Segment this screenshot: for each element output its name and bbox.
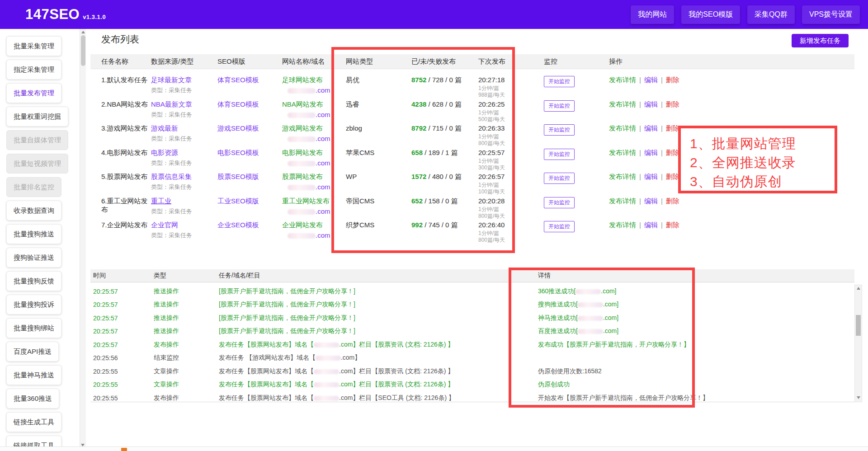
- log-col-header: 详情: [538, 272, 854, 280]
- edit-link[interactable]: 编辑: [644, 221, 658, 229]
- source-type-label: 类型：采集任务: [151, 159, 217, 167]
- start-monitor-button[interactable]: 开始监控: [544, 149, 575, 160]
- sidebar-item-11[interactable]: 批量搜狗反馈: [6, 271, 61, 291]
- delete-link[interactable]: 删除: [666, 221, 679, 229]
- sidebar-scrollbar-thumb[interactable]: [81, 35, 85, 66]
- edit-link[interactable]: 编辑: [644, 100, 658, 108]
- sidebar-item-8[interactable]: 收录数据查询: [6, 201, 61, 221]
- next-publish-time: 20:26:33: [478, 124, 544, 132]
- publish-detail-link[interactable]: 发布详情: [609, 221, 636, 229]
- sidebar-item-1[interactable]: 批量采集管理: [6, 36, 61, 56]
- edit-link[interactable]: 编辑: [644, 76, 658, 84]
- seo-template-link[interactable]: 体育SEO模板: [217, 76, 259, 84]
- log-detail-suffix: .com]: [603, 301, 618, 308]
- data-source-link[interactable]: 重工业: [151, 197, 171, 205]
- log-task-prefix: 发布任务【股票网站发布】域名【: [219, 394, 314, 401]
- start-monitor-button[interactable]: 开始监控: [544, 124, 575, 136]
- site-domain[interactable]: .com: [282, 86, 346, 94]
- data-source-link[interactable]: 股票信息采集: [151, 173, 192, 180]
- action-separator: |: [639, 173, 641, 180]
- start-monitor-button[interactable]: 开始监控: [544, 100, 575, 112]
- seo-template-link[interactable]: 企业SEO模板: [217, 221, 259, 229]
- nav-item-1[interactable]: 我的网站: [631, 5, 674, 24]
- sidebar-item-2[interactable]: 指定采集管理: [6, 60, 61, 80]
- seo-template-link[interactable]: 工业SEO模版: [217, 197, 259, 205]
- data-source-link[interactable]: 游戏最新: [151, 124, 178, 132]
- site-domain[interactable]: .com: [282, 159, 346, 167]
- sidebar-scrollbar[interactable]: [80, 29, 86, 451]
- log-detail: 伪原创使用次数:16582: [538, 367, 854, 376]
- sidebar-item-14[interactable]: 百度API推送: [6, 342, 59, 362]
- delete-link[interactable]: 删除: [666, 173, 679, 180]
- start-monitor-button[interactable]: 开始监控: [544, 76, 575, 87]
- log-time: 20:25:55: [93, 381, 154, 388]
- data-source-link[interactable]: 电影资源: [151, 149, 178, 156]
- log-task: [股票开户新手避坑指南，低佣金开户攻略分享！]: [219, 287, 538, 296]
- redacted-domain: [578, 316, 603, 321]
- sidebar-item-16[interactable]: 批量360推送: [6, 389, 59, 409]
- redacted-domain: [288, 88, 316, 94]
- site-domain[interactable]: .com: [282, 231, 346, 239]
- nav-item-2[interactable]: 我的SEO模版: [681, 5, 740, 24]
- edit-link[interactable]: 编辑: [644, 197, 658, 205]
- log-detail-suffix: .com]: [603, 327, 618, 334]
- sidebar-item-3[interactable]: 批量发布管理: [6, 83, 61, 103]
- nav-item-3[interactable]: 采集QQ群: [747, 5, 795, 24]
- edit-link[interactable]: 编辑: [644, 173, 658, 180]
- log-scrollbar[interactable]: [854, 285, 862, 402]
- log-detail-prefix: 伪原创使用次数:16582: [538, 367, 602, 375]
- seo-template-link[interactable]: 电影SEO模板: [217, 149, 259, 156]
- scroll-up-icon[interactable]: [81, 31, 85, 33]
- redacted-domain: [288, 209, 316, 215]
- sidebar-item-13[interactable]: 批量搜狗绑站: [6, 318, 61, 338]
- log-time: 20:25:55: [93, 368, 154, 375]
- data-source-link[interactable]: 企业官网: [151, 221, 178, 229]
- sidebar-item-12[interactable]: 批量搜狗投诉: [6, 295, 61, 315]
- delete-link[interactable]: 删除: [666, 76, 679, 84]
- data-source-link[interactable]: NBA最新文章: [151, 100, 192, 108]
- publish-detail-link[interactable]: 发布详情: [609, 76, 636, 84]
- scroll-down-icon[interactable]: [857, 396, 860, 399]
- delete-link[interactable]: 删除: [666, 100, 679, 108]
- delete-link[interactable]: 删除: [666, 149, 679, 156]
- edit-link[interactable]: 编辑: [644, 149, 658, 156]
- sidebar-item-9[interactable]: 批量搜狗推送: [6, 224, 61, 244]
- publish-detail-link[interactable]: 发布详情: [609, 173, 636, 180]
- sidebar-item-4[interactable]: 批量权重词挖掘: [6, 107, 68, 127]
- publish-col-header: 数据来源/类型: [151, 57, 217, 66]
- scroll-up-icon[interactable]: [857, 287, 860, 290]
- edit-link[interactable]: 编辑: [644, 124, 658, 132]
- publish-table-header: 任务名称数据来源/类型SEO模版网站名称/域名网站类型已/未/失败发布下次发布监…: [90, 54, 854, 69]
- delete-link[interactable]: 删除: [666, 197, 679, 205]
- log-scrollbar-thumb[interactable]: [856, 315, 861, 336]
- start-monitor-button[interactable]: 开始监控: [544, 221, 575, 232]
- nav-item-4[interactable]: VPS拨号设置: [802, 5, 860, 24]
- start-monitor-button[interactable]: 开始监控: [544, 173, 575, 184]
- action-separator: |: [661, 173, 663, 180]
- publish-detail-link[interactable]: 发布详情: [609, 124, 636, 132]
- site-domain[interactable]: .com: [282, 183, 346, 191]
- next-publish-time: 20:26:57: [478, 173, 544, 180]
- sidebar-item-17[interactable]: 链接生成工具: [6, 412, 61, 432]
- seo-template-link[interactable]: 游戏SEO模板: [217, 124, 259, 132]
- redacted-domain: [288, 185, 316, 190]
- publish-detail-link[interactable]: 发布详情: [609, 100, 636, 108]
- data-source-cell: 电影资源类型：采集任务: [151, 149, 217, 168]
- publish-col-header: 已/未/失败发布: [411, 57, 478, 66]
- publish-detail-link[interactable]: 发布详情: [609, 149, 636, 156]
- seo-template-link[interactable]: 体育SEO模板: [217, 100, 259, 108]
- seo-template-link[interactable]: 股票SEO模版: [217, 173, 259, 180]
- start-monitor-button[interactable]: 开始监控: [544, 197, 575, 208]
- seo-template-cell: 游戏SEO模板: [217, 124, 282, 143]
- delete-link[interactable]: 删除: [666, 124, 679, 132]
- count-rest: / 745 / 0 篇: [423, 221, 458, 229]
- add-publish-task-button[interactable]: 新增发布任务: [792, 34, 849, 47]
- sidebar-item-10[interactable]: 搜狗验证推送: [6, 248, 61, 268]
- site-name: 电影网站发布: [282, 149, 346, 157]
- site-domain[interactable]: .com: [282, 135, 346, 142]
- data-source-link[interactable]: 足球最新文章: [151, 76, 192, 84]
- site-domain[interactable]: .com: [282, 111, 346, 118]
- site-domain[interactable]: .com: [282, 207, 346, 215]
- publish-detail-link[interactable]: 发布详情: [609, 197, 636, 205]
- sidebar-item-15[interactable]: 批量神马推送: [6, 365, 61, 385]
